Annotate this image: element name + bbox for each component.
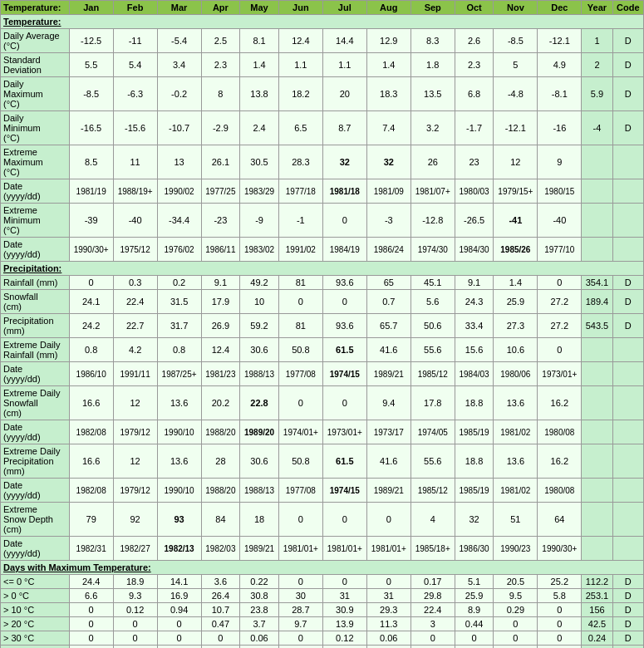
- table-cell: 0: [366, 646, 410, 649]
- table-cell: 1979/15+: [494, 179, 538, 204]
- row-label: Date (yyyy/dd): [1, 362, 70, 386]
- table-cell: 84: [201, 503, 240, 537]
- table-cell: 189.4: [582, 290, 612, 314]
- table-cell: D: [612, 111, 643, 145]
- table-cell: 9.3: [113, 589, 157, 603]
- table-cell: 1973/17: [366, 420, 410, 444]
- table-cell: 1974/15: [322, 479, 366, 503]
- table-cell: 31: [322, 589, 366, 603]
- table-cell: 0: [157, 617, 201, 631]
- data-row: > 10 °C00.120.9410.723.828.730.929.322.4…: [1, 603, 644, 617]
- data-row: Daily Maximum (°C)-8.5-6.3-0.2813.818.22…: [1, 77, 644, 111]
- table-cell: 5.5: [69, 53, 113, 77]
- table-cell: 0: [410, 631, 455, 646]
- section-header-row: Temperature:: [1, 15, 644, 29]
- table-cell: 27.2: [538, 290, 582, 314]
- table-cell: 112.2: [582, 575, 612, 589]
- table-cell: 1.8: [410, 53, 455, 77]
- table-cell: 0: [113, 617, 157, 631]
- table-cell: 1988/20: [201, 420, 240, 444]
- col-apr: Apr: [201, 1, 240, 15]
- table-cell: 0: [538, 617, 582, 631]
- table-cell: 1985/19: [455, 479, 494, 503]
- table-cell: 1989/21: [366, 479, 410, 503]
- table-cell: -8.5: [494, 29, 538, 53]
- table-cell: 3.6: [201, 575, 240, 589]
- table-cell: 41.6: [366, 444, 410, 479]
- table-cell: 61.5: [322, 444, 366, 479]
- table-cell: 29.3: [366, 603, 410, 617]
- table-cell: 1983/29: [240, 179, 279, 204]
- table-cell: -23: [201, 204, 240, 238]
- data-row: Date (yyyy/dd)1990/30+1975/121976/021986…: [1, 238, 644, 262]
- table-cell: [582, 362, 612, 386]
- table-cell: 18.8: [455, 444, 494, 479]
- table-cell: [582, 444, 612, 479]
- table-cell: -3: [366, 204, 410, 238]
- table-cell: -2.9: [201, 111, 240, 145]
- table-cell: 0.44: [455, 617, 494, 631]
- table-cell: 18: [240, 503, 279, 537]
- row-label: Extreme Maximum (°C): [1, 145, 70, 179]
- table-cell: -16.5: [69, 111, 113, 145]
- table-cell: 13.6: [494, 444, 538, 479]
- table-cell: 13.6: [157, 444, 201, 479]
- table-cell: 42.5: [582, 617, 612, 631]
- table-cell: 0.3: [113, 276, 157, 290]
- table-cell: 30: [278, 589, 322, 603]
- table-cell: 1985/26: [494, 238, 538, 262]
- data-row: Extreme Maximum (°C)8.5111326.130.528.33…: [1, 145, 644, 179]
- table-cell: 1984/19: [322, 238, 366, 262]
- table-cell: 0.06: [240, 631, 279, 646]
- table-cell: 8: [201, 77, 240, 111]
- table-cell: 12.4: [278, 29, 322, 53]
- table-cell: 32: [366, 145, 410, 179]
- row-label: <= 0 °C: [1, 575, 70, 589]
- table-cell: 8.9: [455, 603, 494, 617]
- table-cell: 0: [69, 631, 113, 646]
- table-cell: 65.7: [366, 314, 410, 338]
- table-cell: 1990/10: [157, 420, 201, 444]
- table-cell: 1989/20: [240, 420, 279, 444]
- table-cell: 1974/01+: [278, 420, 322, 444]
- row-label: > 35 °C: [1, 646, 70, 649]
- table-cell: D: [612, 589, 643, 603]
- data-row: Date (yyyy/dd)1982/311982/271982/131982/…: [1, 537, 644, 561]
- table-cell: 45.1: [410, 276, 455, 290]
- table-cell: 24.2: [69, 314, 113, 338]
- table-cell: 22.8: [240, 386, 279, 420]
- table-cell: 18.2: [278, 77, 322, 111]
- table-cell: 0.7: [366, 290, 410, 314]
- table-cell: 12: [113, 444, 157, 479]
- table-cell: 1981/01+: [278, 537, 322, 561]
- section-header-label: Temperature:: [1, 15, 644, 29]
- table-cell: [582, 204, 612, 238]
- table-cell: 64: [538, 503, 582, 537]
- table-cell: 50.6: [410, 314, 455, 338]
- table-cell: 93: [157, 503, 201, 537]
- table-cell: 0: [69, 617, 113, 631]
- table-cell: D: [612, 290, 643, 314]
- table-cell: 1985/18+: [410, 537, 455, 561]
- data-row: Precipitation (mm)24.222.731.726.959.281…: [1, 314, 644, 338]
- table-cell: 0: [322, 646, 366, 649]
- table-cell: 50.8: [278, 444, 322, 479]
- data-row: Extreme Daily Rainfall (mm)0.84.20.812.4…: [1, 338, 644, 362]
- table-cell: 7.4: [366, 111, 410, 145]
- table-cell: 17.9: [201, 290, 240, 314]
- table-cell: -12.8: [410, 204, 455, 238]
- table-cell: 354.1: [582, 276, 612, 290]
- table-cell: [612, 646, 643, 649]
- table-cell: 1.1: [322, 53, 366, 77]
- table-cell: 0: [113, 631, 157, 646]
- table-cell: 1981/01+: [366, 537, 410, 561]
- row-label: > 10 °C: [1, 603, 70, 617]
- row-label: Date (yyyy/dd): [1, 179, 70, 204]
- table-cell: 4: [410, 503, 455, 537]
- table-cell: 0.47: [201, 617, 240, 631]
- table-cell: 11: [113, 145, 157, 179]
- table-cell: [582, 503, 612, 537]
- table-cell: 16.2: [538, 386, 582, 420]
- table-cell: 2.6: [455, 29, 494, 53]
- table-cell: 14.1: [157, 575, 201, 589]
